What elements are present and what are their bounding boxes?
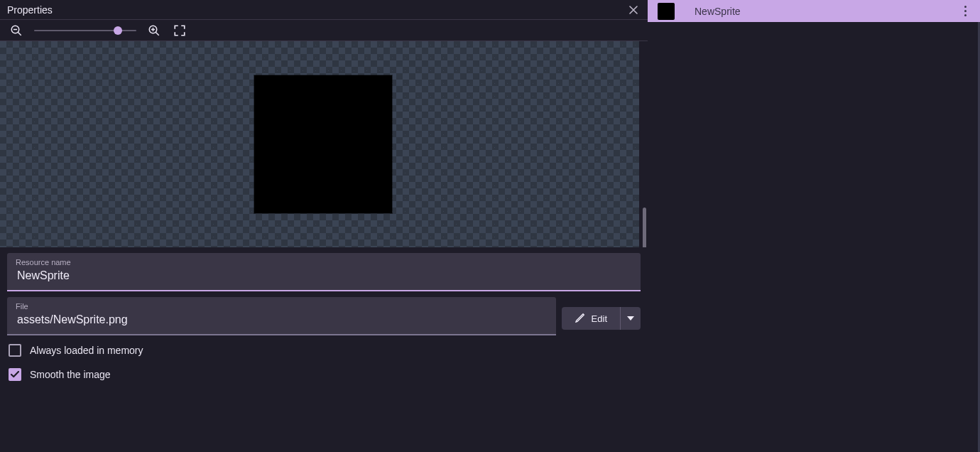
sprite-preview[interactable] — [0, 41, 648, 247]
resource-name-field[interactable]: Resource name — [7, 253, 641, 291]
smooth-row[interactable]: Smooth the image — [7, 365, 641, 384]
svg-line-1 — [18, 32, 21, 36]
inspector-header: NewSprite — [648, 0, 980, 22]
file-field[interactable]: File — [7, 297, 556, 335]
smooth-checkbox[interactable] — [9, 368, 21, 381]
smooth-label: Smooth the image — [30, 369, 111, 380]
edit-button[interactable]: Edit — [562, 307, 621, 330]
sprite-thumbnail — [658, 3, 675, 20]
file-input[interactable] — [16, 311, 548, 328]
fit-screen-icon[interactable] — [172, 23, 187, 38]
zoom-out-icon[interactable] — [9, 23, 24, 38]
form-area: Resource name File Edit — [0, 247, 648, 391]
zoom-in-icon[interactable] — [146, 23, 162, 38]
edit-dropdown[interactable] — [621, 307, 641, 330]
close-icon[interactable] — [626, 3, 641, 17]
file-row: File Edit — [7, 297, 641, 335]
inspector-sprite-name: NewSprite — [695, 6, 741, 17]
pencil-icon — [575, 312, 586, 325]
edit-button-group: Edit — [562, 307, 641, 330]
zoom-slider[interactable] — [34, 23, 136, 38]
always-loaded-checkbox[interactable] — [9, 344, 21, 357]
zoom-slider-thumb[interactable] — [114, 26, 122, 35]
svg-line-4 — [156, 32, 159, 36]
preview-toolbar — [0, 20, 648, 41]
properties-title: Properties — [7, 4, 626, 16]
always-loaded-row[interactable]: Always loaded in memory — [7, 341, 641, 360]
resource-name-input[interactable] — [16, 267, 632, 284]
kebab-menu-icon[interactable] — [959, 4, 971, 19]
properties-header: Properties — [0, 0, 648, 20]
properties-panel: Properties — [0, 0, 648, 452]
app-root: Properties — [0, 0, 980, 452]
file-label: File — [16, 301, 548, 311]
sprite-image — [254, 75, 392, 213]
preview-scrollbar[interactable] — [643, 208, 646, 247]
edit-button-label: Edit — [592, 313, 607, 324]
always-loaded-label: Always loaded in memory — [30, 345, 143, 356]
inspector-panel: NewSprite — [648, 0, 980, 452]
resource-name-label: Resource name — [16, 257, 632, 267]
